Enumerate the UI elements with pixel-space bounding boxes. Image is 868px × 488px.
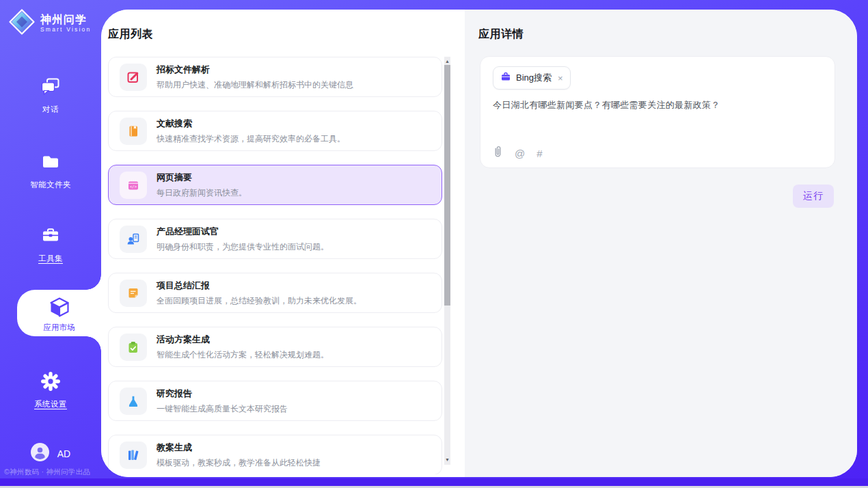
hash-icon[interactable]: # — [537, 148, 542, 159]
run-button[interactable]: 运行 — [793, 185, 834, 208]
app-title: 研究报告 — [157, 388, 288, 400]
app-card-event-plan[interactable]: 活动方案生成 智能生成个性化活动方案，轻松解决规划难题。 — [108, 327, 442, 367]
app-title: 网页摘要 — [157, 172, 247, 184]
main-panel: 应用列表 招标文件解析 帮助用户快速、准确地理解和解析招标书中的关键信息 — [101, 10, 857, 477]
scroll-down-icon[interactable]: ▼ — [445, 455, 450, 465]
app-detail-section: 应用详情 Bing搜索 × 今日湖北有哪些新闻要点？有哪些需要关注的最新政策？ — [465, 10, 857, 477]
sidebar-item-label: 系统设置 — [0, 399, 101, 409]
app-list: 招标文件解析 帮助用户快速、准确地理解和解析招标书中的关键信息 文献搜索 快速精… — [108, 57, 442, 474]
app-detail-title: 应用详情 — [478, 27, 524, 42]
sidebar: 神州问学 Smart Vision 对话 智能文件夹 — [0, 0, 101, 488]
composer-card: Bing搜索 × 今日湖北有哪些新闻要点？有哪些需要关注的最新政策？ @ # — [480, 56, 835, 168]
app-card-pm-interviewer[interactable]: 产品经理面试官 明确身份和职责，为您提供专业性的面试问题。 — [108, 219, 442, 259]
chat-icon — [40, 87, 61, 99]
clipboard-check-icon — [120, 334, 147, 361]
books-icon — [120, 442, 147, 469]
app-card-bid-analysis[interactable]: 招标文件解析 帮助用户快速、准确地理解和解析招标书中的关键信息 — [108, 57, 442, 97]
brand-subtitle: Smart Vision — [40, 27, 91, 33]
gear-icon — [40, 382, 61, 394]
app-title: 活动方案生成 — [157, 334, 329, 346]
svg-text:</>: </> — [130, 185, 137, 189]
sidebar-item-label: 工具集 — [0, 254, 101, 264]
sidebar-item-chat[interactable]: 对话 — [0, 77, 101, 115]
app-title: 招标文件解析 — [157, 64, 353, 76]
sidebar-item-label: 智能文件夹 — [0, 180, 101, 190]
user-initials: AD — [57, 448, 70, 459]
app-card-literature-search[interactable]: 文献搜索 快速精准查找学术资源，提高研究效率的必备工具。 — [108, 111, 442, 151]
scrollbar-thumb[interactable] — [444, 65, 450, 306]
bubble-fillet-top — [86, 275, 101, 290]
query-input[interactable]: 今日湖北有哪些新闻要点？有哪些需要关注的最新政策？ — [493, 99, 822, 111]
bubble-fillet-bottom — [86, 336, 101, 351]
app-title: 产品经理面试官 — [157, 226, 329, 238]
briefcase-icon — [500, 71, 511, 85]
chip-close-icon[interactable]: × — [558, 73, 563, 83]
sidebar-item-app-market[interactable]: 应用市场 — [17, 290, 101, 336]
interviewer-icon — [120, 226, 147, 253]
app-title: 教案生成 — [157, 442, 321, 454]
report-flask-icon — [120, 388, 147, 415]
app-desc: 模板驱动，教案秒成，教学准备从此轻松快捷 — [157, 457, 321, 469]
app-card-web-summary[interactable]: </> 网页摘要 每日政府新闻资讯快查。 — [108, 165, 442, 205]
paperclip-icon[interactable] — [493, 146, 503, 161]
app-title: 项目总结汇报 — [157, 280, 362, 292]
avatar — [31, 443, 49, 464]
app-desc: 帮助用户快速、准确地理解和解析招标书中的关键信息 — [157, 79, 353, 91]
app-card-project-summary[interactable]: 项目总结汇报 全面回顾项目进展，总结经验教训，助力未来优化发展。 — [108, 273, 442, 313]
app-list-section: 应用列表 招标文件解析 帮助用户快速、准确地理解和解析招标书中的关键信息 — [101, 10, 465, 477]
list-scrollbar[interactable]: ▲ ▼ — [444, 57, 450, 465]
user-account[interactable]: AD — [0, 443, 101, 464]
cube-icon — [48, 309, 71, 321]
app-title: 文献搜索 — [157, 118, 345, 130]
app-desc: 快速精准查找学术资源，提高研究效率的必备工具。 — [157, 133, 345, 145]
app-desc: 明确身份和职责，为您提供专业性的面试问题。 — [157, 241, 329, 253]
tool-chip-bing-search[interactable]: Bing搜索 × — [493, 66, 571, 90]
browser-code-icon: </> — [120, 172, 147, 199]
pen-square-icon — [120, 64, 147, 91]
app-desc: 一键智能生成高质量长文本研究报告 — [157, 403, 288, 415]
sidebar-item-smart-folder[interactable]: 智能文件夹 — [0, 152, 101, 190]
sidebar-item-label: 应用市场 — [17, 323, 101, 333]
book-icon — [120, 118, 147, 145]
toolbox-icon — [40, 236, 61, 248]
app-card-research-report[interactable]: 研究报告 一键智能生成高质量长文本研究报告 — [108, 381, 442, 421]
diamond-logo-icon — [8, 8, 36, 38]
bottom-accent-bar — [0, 478, 868, 486]
sidebar-item-toolset[interactable]: 工具集 — [0, 226, 101, 264]
brand-name: 神州问学 — [40, 14, 91, 26]
app-desc: 每日政府新闻资讯快查。 — [157, 187, 247, 199]
app-desc: 智能生成个性化活动方案，轻松解决规划难题。 — [157, 349, 329, 361]
tool-chip-label: Bing搜索 — [516, 72, 552, 84]
attach-toolbar: @ # — [493, 146, 543, 161]
app-card-lesson-plan[interactable]: 教案生成 模板驱动，教案秒成，教学准备从此轻松快捷 — [108, 435, 442, 474]
folder-icon — [40, 163, 61, 174]
copyright-text: ©神州数码 · 神州问学出品 — [4, 467, 101, 477]
sidebar-item-label: 对话 — [0, 105, 101, 115]
at-icon[interactable]: @ — [515, 148, 525, 159]
app-list-title: 应用列表 — [108, 27, 153, 42]
brand-logo: 神州问学 Smart Vision — [8, 8, 91, 38]
sticky-note-icon — [120, 280, 147, 307]
app-desc: 全面回顾项目进展，总结经验教训，助力未来优化发展。 — [157, 295, 362, 307]
sidebar-item-settings[interactable]: 系统设置 — [0, 371, 101, 409]
